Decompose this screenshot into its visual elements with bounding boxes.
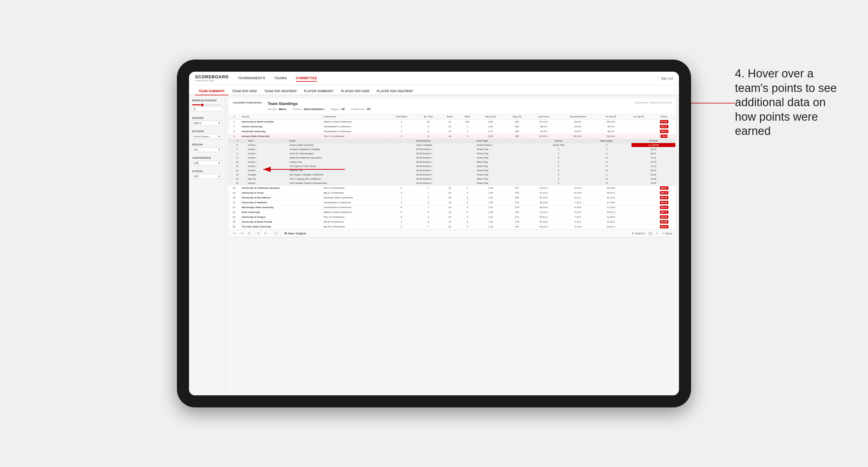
footer-divider bbox=[254, 231, 254, 236]
table-row[interactable]: 18 University of California, Berkeley Pa… bbox=[228, 186, 676, 191]
table-row[interactable]: 20 University of New Mexico Mountain Wes… bbox=[228, 195, 676, 200]
exp-cell-rounds: 3 bbox=[535, 147, 582, 152]
cell-avg: 262 bbox=[505, 120, 529, 124]
expanded-row[interactable]: 11 Florida I... The Cypress Point Classi… bbox=[228, 164, 676, 168]
expanded-row[interactable]: 12 Univers... Williams Cup NCAA Division… bbox=[228, 168, 676, 173]
standings-title: Team Standings bbox=[268, 101, 635, 106]
expanded-row[interactable]: 14 East Ter OFCC Fighting Illini Invitat… bbox=[228, 177, 676, 181]
report-container: Committee Portal Review Team Standings G… bbox=[228, 98, 676, 237]
slider-container[interactable] bbox=[192, 103, 222, 106]
sub-nav-team-h2h-heatmap[interactable]: TEAM H2H HEATMAP bbox=[261, 88, 300, 95]
th-conference: Conference bbox=[322, 114, 387, 120]
exp-cell-wpoints: -1 | 119.63 bbox=[631, 143, 675, 147]
sidebar-school-section: School (All) ▾ bbox=[192, 170, 222, 179]
report-header: Committee Portal Review Team Standings G… bbox=[228, 98, 676, 114]
sidebar-region-section: Region N/A ▾ bbox=[192, 143, 222, 152]
sub-nav-player-summary[interactable]: PLAYER SUMMARY bbox=[300, 88, 337, 95]
comment-action[interactable]: 💬 bbox=[649, 232, 652, 235]
main-content: Minimum Rounds Gender Men's ▾ bbox=[189, 95, 679, 395]
cell-rank: 2 bbox=[228, 124, 240, 129]
sidebar-conference-label: Conference bbox=[192, 156, 222, 159]
expanded-header-row: # Team Event Event Division Event Type R… bbox=[228, 139, 676, 186]
cell-tours: 9 bbox=[416, 124, 441, 129]
sub-nav-team-summary[interactable]: TEAM SUMMARY bbox=[195, 88, 228, 95]
expand-action[interactable]: ⤢ bbox=[656, 232, 658, 235]
logo-area: SCOREBOARD Powered by clippi bbox=[195, 74, 229, 82]
table-row[interactable]: 2 Auburn University Southeastern Confere… bbox=[228, 124, 676, 129]
table-row[interactable]: 3 Vanderbilt University Southeastern Con… bbox=[228, 129, 676, 134]
footer-divider-3 bbox=[282, 231, 282, 236]
sidebar-gender-value[interactable]: Men's ▾ bbox=[192, 121, 222, 126]
table-row[interactable]: 1 University of North Carolina Atlantic … bbox=[228, 120, 676, 124]
undo-button[interactable]: ↩ bbox=[232, 231, 237, 236]
cell-points[interactable]: 90.22 bbox=[652, 129, 676, 134]
exp-th-type: Event Type bbox=[475, 139, 535, 143]
sign-out-link[interactable]: Sign out bbox=[661, 76, 673, 80]
edit-button[interactable]: ✏ bbox=[263, 231, 268, 236]
th-adj-score: Adj. Score bbox=[476, 114, 505, 120]
conference-filter: Conference: All bbox=[350, 108, 370, 111]
standings-filters: Gender: Men's Division: NCAA Division I … bbox=[268, 108, 635, 111]
cell-school: Auburn University bbox=[240, 124, 322, 129]
redo-button[interactable]: ↪ bbox=[239, 231, 244, 236]
cell-overall: 33-9-0 bbox=[558, 120, 597, 124]
copy-button[interactable]: ⎘ bbox=[256, 231, 261, 236]
nav-teams[interactable]: TEAMS bbox=[274, 75, 287, 82]
cell-avg: 269 bbox=[505, 129, 529, 134]
table-row[interactable]: 21 University of Alabama Southeastern Co… bbox=[228, 200, 676, 205]
th-bnds: Bnds bbox=[441, 114, 459, 120]
sidebar-conference-value[interactable]: (All) ▾ bbox=[192, 161, 222, 165]
expanded-row[interactable]: 10 Univers... Copper Cup NCAA Division I… bbox=[228, 160, 676, 164]
sub-nav-player-h2h-heatmap[interactable]: PLAYER H2H HEATMAP bbox=[373, 88, 416, 95]
cell-points[interactable]: 93.31 bbox=[652, 124, 676, 129]
sidebar-conference-section: Conference (All) ▾ bbox=[192, 156, 222, 165]
sidebar-minimum-rounds-label: Minimum Rounds bbox=[192, 99, 222, 102]
sidebar-division-value[interactable]: NCAA Division I ▾ bbox=[192, 134, 222, 139]
report-footer: ↩ ↪ ↺ ⎘ ✏ 🕐 👁 View: Original bbox=[228, 229, 676, 237]
min-rounds-input[interactable] bbox=[192, 106, 222, 111]
sidebar-minimum-rounds: Minimum Rounds bbox=[192, 99, 222, 112]
table-row[interactable]: 26 The Ohio State University Big Ten Con… bbox=[228, 224, 676, 229]
sidebar-region-value[interactable]: N/A ▾ bbox=[192, 147, 222, 152]
share-action[interactable]: ↗ Share bbox=[662, 232, 672, 235]
table-row[interactable]: 19 University of Texas Big 12 Conference… bbox=[228, 191, 676, 195]
share-icon: ↗ bbox=[662, 232, 664, 235]
refresh-button[interactable]: ↺ bbox=[247, 231, 251, 236]
chevron-down-icon: ▾ bbox=[219, 135, 220, 138]
cell-overall: 29-9-0 bbox=[558, 124, 597, 129]
sub-nav-player-h2h-grid[interactable]: PLAYER H2H GRID bbox=[337, 88, 373, 95]
cell-points[interactable]: 97.02 bbox=[652, 120, 676, 124]
table-row[interactable]: 22 Mississippi State University Southeas… bbox=[228, 205, 676, 210]
expanded-row[interactable]: 7 Univers... Southern Highlands Collegia… bbox=[228, 147, 676, 152]
expanded-row[interactable]: 13 Georgia Ben Hogan Collegiate Invitati… bbox=[228, 173, 676, 177]
table-row-highlighted[interactable]: 4 Arizona State University Pac-12 Confer… bbox=[228, 134, 676, 139]
clock-button[interactable]: 🕐 bbox=[273, 231, 279, 236]
committee-label: Committee Portal Review bbox=[233, 101, 263, 104]
cell-rank: 3 bbox=[228, 129, 240, 134]
expanded-row[interactable]: 6 Univers... Arizona State University Ca… bbox=[228, 143, 676, 147]
expanded-row[interactable]: 15 Univers... 2023 Sahalee Players Champ… bbox=[228, 181, 676, 185]
exp-cell-rank: -1 bbox=[582, 147, 631, 152]
cell-conf-rank: 1 bbox=[387, 124, 416, 129]
chevron-down-icon: ▾ bbox=[219, 122, 220, 125]
table-row[interactable]: 24 University of Oregon Pac-12 Conferenc… bbox=[228, 215, 676, 220]
nav-committee[interactable]: COMMITTEE bbox=[296, 75, 317, 82]
th-points: Points bbox=[652, 114, 676, 120]
tablet-frame: SCOREBOARD Powered by clippi TOURNAMENTS… bbox=[177, 60, 691, 407]
cell-points-highlighted[interactable]: 79.5 bbox=[652, 134, 676, 139]
table-row[interactable]: 25 University of North Florida ASUN Conf… bbox=[228, 220, 676, 224]
expanded-table-header: # Team Event Event Division Event Type R… bbox=[228, 139, 676, 143]
exp-cell-type: Stroke Play bbox=[475, 147, 535, 152]
nav-tournaments[interactable]: TOURNAMENTS bbox=[238, 75, 265, 82]
cell-tours: 10 bbox=[416, 120, 441, 124]
watch-action[interactable]: 👁 Watch ▾ bbox=[631, 232, 645, 235]
table-row[interactable]: 23 Duke University Atlantic Coast Confer… bbox=[228, 210, 676, 215]
cell-overall: 33-19-1 bbox=[558, 134, 597, 139]
expanded-row[interactable]: 8 Univers... Amer Arc Intercollegiate NC… bbox=[228, 152, 676, 156]
sidebar-school-value[interactable]: (All) ▾ bbox=[192, 174, 222, 179]
sub-nav-team-h2h-grid[interactable]: TEAM H2H GRID bbox=[228, 88, 261, 95]
th-overall: Overall Record bbox=[558, 114, 597, 120]
committee-portal-label: Committee Portal Review bbox=[233, 101, 263, 104]
exp-cell-rank: 3 bbox=[582, 143, 631, 147]
expanded-row[interactable]: 9 Univers... National Invitational Tourn… bbox=[228, 156, 676, 160]
